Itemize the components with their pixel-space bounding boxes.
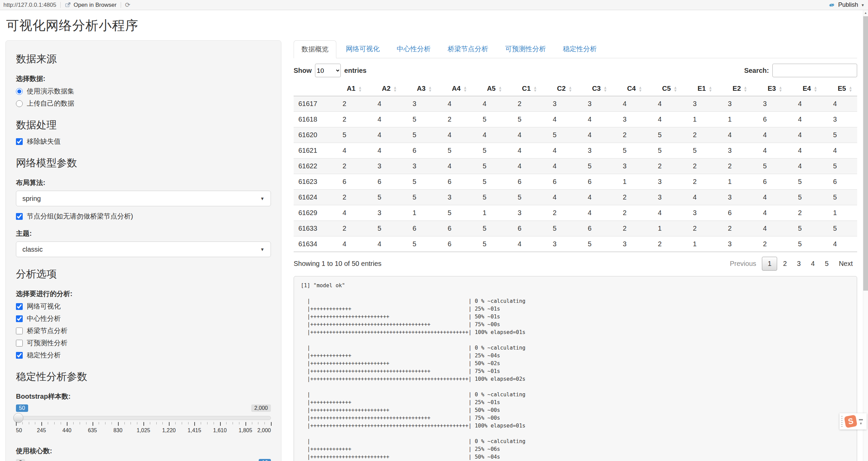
checkbox-input[interactable] <box>16 352 23 359</box>
capture-tool-widget[interactable]: S ▬ ▾ <box>840 413 867 429</box>
column-header[interactable]: E5▲▼ <box>822 81 857 96</box>
column-header-label: E4 <box>803 85 811 92</box>
slider-tick <box>150 422 150 424</box>
column-header[interactable]: E4▲▼ <box>787 81 822 96</box>
search-input[interactable] <box>772 64 857 77</box>
slider-tick <box>112 422 112 424</box>
slider-tick <box>143 422 144 426</box>
table-cell: 5 <box>472 221 507 236</box>
checkbox-input[interactable] <box>16 138 23 145</box>
sort-icon: ▲▼ <box>604 86 607 92</box>
column-header[interactable]: E3▲▼ <box>752 81 787 96</box>
tab-3[interactable]: 中心性分析 <box>389 40 438 58</box>
slider-tick <box>118 422 119 426</box>
column-header[interactable]: A3▲▼ <box>402 81 437 96</box>
slider-tick <box>194 422 195 426</box>
table-cell: 2 <box>612 127 647 143</box>
page-scrollbar[interactable]: ▲ <box>863 10 868 461</box>
analysis-option-checkbox[interactable]: 中心性分析 <box>16 314 271 323</box>
table-cell: 5 <box>437 143 472 159</box>
tab-6[interactable]: 稳定性分析 <box>555 40 604 58</box>
table-row: 61618245255443411643 <box>294 112 857 127</box>
table-cell: 5 <box>787 190 822 205</box>
publish-button[interactable]: Publish <box>838 1 858 8</box>
table-cell: 4 <box>787 159 822 174</box>
checkbox-input[interactable] <box>16 340 23 347</box>
console-output-text: [1] "model ok" | | 0 % ~calculating |+++… <box>301 282 850 461</box>
slider-handle[interactable] <box>13 413 23 423</box>
tab-1[interactable]: 数据概览 <box>294 40 336 58</box>
node-group-checkbox[interactable]: 节点分组(如无请勿做桥梁节点分析) <box>16 212 271 221</box>
theme-select[interactable]: classic ▼ <box>16 242 271 257</box>
sort-icon: ▲▼ <box>709 86 712 92</box>
scrollbar-thumb[interactable] <box>863 16 868 291</box>
capture-tool-logo-icon[interactable]: S <box>844 415 857 428</box>
column-header[interactable]: E2▲▼ <box>717 81 752 96</box>
table-cell: 3 <box>822 112 857 127</box>
tab-4[interactable]: 桥梁节点分析 <box>440 40 496 58</box>
network-model-heading: 网络模型参数 <box>16 156 271 170</box>
refresh-icon[interactable]: ⟳ <box>125 1 131 9</box>
table-row: 61634445654353213254 <box>294 236 857 252</box>
analysis-option-checkbox[interactable]: 网络可视化 <box>16 302 271 311</box>
column-header[interactable]: A1▲▼ <box>332 81 367 96</box>
slider-track[interactable] <box>16 416 271 420</box>
analysis-option-checkbox[interactable]: 可预测性分析 <box>16 338 271 348</box>
checkbox-input[interactable] <box>16 315 23 322</box>
table-cell: 4 <box>437 96 472 112</box>
pagination-page-5[interactable]: 5 <box>821 257 833 270</box>
data-processing-checkbox[interactable]: 移除缺失值 <box>16 137 271 146</box>
slider-tick <box>29 422 29 424</box>
column-header-label: C5 <box>662 85 671 92</box>
column-header[interactable]: C4▲▼ <box>612 81 647 96</box>
table-cell: 3 <box>612 159 647 174</box>
column-header[interactable]: C1▲▼ <box>507 81 542 96</box>
column-header[interactable]: C2▲▼ <box>542 81 577 96</box>
pagination-page-1[interactable]: 1 <box>762 257 777 271</box>
pagination-next[interactable]: Next <box>834 257 857 270</box>
column-header[interactable]: A5▲▼ <box>472 81 507 96</box>
pagination-page-2[interactable]: 2 <box>778 257 791 270</box>
node-group-checkbox-input[interactable] <box>16 213 23 220</box>
table-cell: 5 <box>787 221 822 236</box>
radio-input[interactable] <box>16 100 23 107</box>
checkbox-input[interactable] <box>16 303 23 310</box>
column-header[interactable]: C3▲▼ <box>577 81 612 96</box>
slider-tick <box>105 422 105 424</box>
table-cell: 4 <box>787 143 822 159</box>
slider-max-badge: 2,000 <box>251 404 271 412</box>
column-header[interactable]: C5▲▼ <box>647 81 682 96</box>
slider-tick <box>271 422 272 426</box>
pagination: Previous12345Next <box>725 257 857 271</box>
pagination-previous[interactable]: Previous <box>725 257 761 270</box>
pagination-page-3[interactable]: 3 <box>793 257 805 270</box>
analysis-options-list: 网络可视化中心性分析桥梁节点分析可预测性分析稳定性分析 <box>16 302 271 360</box>
column-header[interactable]: A2▲▼ <box>367 81 401 96</box>
data-source-radio[interactable]: 使用演示数据集 <box>16 87 271 96</box>
open-in-browser-button[interactable]: Open in Browser <box>65 2 117 8</box>
pagination-page-4[interactable]: 4 <box>807 257 819 270</box>
column-header[interactable]: A4▲▼ <box>437 81 472 96</box>
table-cell: 5 <box>787 174 822 190</box>
checkbox-input[interactable] <box>16 328 23 334</box>
analysis-option-checkbox[interactable]: 稳定性分析 <box>16 351 271 360</box>
analysis-option-checkbox[interactable]: 桥梁节点分析 <box>16 326 271 335</box>
sort-icon: ▲▼ <box>744 86 747 92</box>
tab-5[interactable]: 可预测性分析 <box>498 40 553 58</box>
page-length-select[interactable]: 10 <box>315 64 341 77</box>
drag-handle-icon[interactable] <box>841 416 843 427</box>
slider-min-badge: 2 <box>16 459 25 461</box>
data-source-radio[interactable]: 上传自己的数据 <box>16 99 271 108</box>
layout-algorithm-select[interactable]: spring ▼ <box>16 191 271 206</box>
scrollbar-up-arrow-icon[interactable]: ▲ <box>863 10 868 16</box>
minimize-icon[interactable]: ▬ <box>859 417 863 421</box>
row-id-cell: 61623 <box>294 174 332 190</box>
chevron-down-icon[interactable]: ▾ <box>860 422 862 425</box>
radio-input[interactable] <box>16 88 23 95</box>
table-cell: 2 <box>647 159 682 174</box>
table-cell: 4 <box>752 221 787 236</box>
sort-icon: ▲▼ <box>533 86 537 92</box>
column-header[interactable]: E1▲▼ <box>682 81 717 96</box>
publish-caret-icon[interactable]: ▼ <box>861 3 865 7</box>
tab-2[interactable]: 网络可视化 <box>338 40 387 58</box>
